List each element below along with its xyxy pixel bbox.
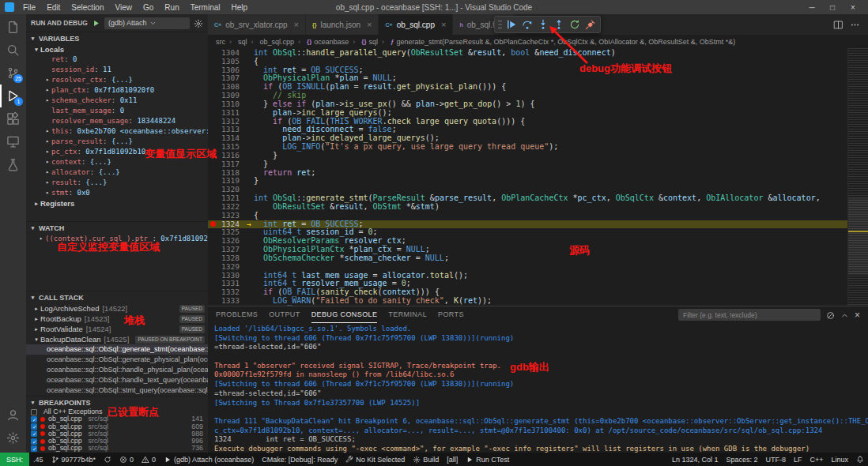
code-line[interactable]: 1311 plan->inc_large_querys();	[208, 109, 847, 118]
activity-bar-item[interactable]	[0, 107, 26, 130]
debug-toolbar-button[interactable]	[583, 17, 598, 32]
code-line[interactable]: 1320	[208, 186, 847, 194]
activity-bar-item[interactable]	[0, 404, 26, 427]
code-line[interactable]: 1313 need_disconnect = false;	[208, 126, 847, 134]
status-bar-item[interactable]: No Kit Selected	[342, 455, 409, 464]
close-window-icon[interactable]: ×	[843, 3, 863, 12]
code-line[interactable]: 1318 return ret;	[208, 169, 847, 178]
code-line[interactable]: 1328 ObSchemaChecker *schema_checker = N…	[208, 254, 847, 263]
menu-item[interactable]: Run	[159, 3, 184, 12]
watch-expression-row[interactable]: ▸((context).cur_sql_).ptr_: 0x7f1d81092b…	[26, 234, 208, 244]
panel-tab[interactable]: DEBUG CONSOLE	[311, 306, 378, 323]
code-line[interactable]: 1305{	[208, 58, 847, 66]
status-bar-item[interactable]: LF	[790, 456, 806, 464]
maximize-panel-icon[interactable]	[840, 310, 849, 320]
activity-bar-item[interactable]	[0, 427, 26, 449]
variable-row[interactable]: pc_ctx: 0x7f1d81092b10	[26, 147, 208, 157]
gutter-breakpoint-slot[interactable]	[208, 49, 217, 58]
gutter-breakpoint-slot[interactable]	[208, 118, 217, 126]
expand-icon[interactable]	[43, 137, 51, 147]
status-bar-item[interactable]: (gdb) Attach (oceanbase)	[160, 455, 258, 464]
expand-icon[interactable]	[43, 147, 51, 157]
breakpoints-section-header[interactable]: ▾BREAKPOINTS	[26, 396, 208, 408]
code-line[interactable]: 1310 } else if (plan->is_use_px() && pla…	[208, 100, 847, 109]
menu-item[interactable]: View	[110, 3, 138, 12]
gutter-breakpoint-slot[interactable]	[208, 212, 217, 220]
code-editor[interactable]: 1304int ObSql::handle_parallel_query(ObR…	[208, 48, 847, 306]
code-line[interactable]: 1332 if (OB_FAIL(sanity_check(context)))…	[208, 288, 847, 297]
variables-section-header[interactable]: ▾VARIABLES	[26, 32, 208, 44]
stack-frame-row[interactable]: oceanbase::sql::ObSql::stmt_query(oceanb…	[26, 385, 208, 396]
status-bar-item[interactable]: .45	[29, 455, 47, 464]
maximize-icon[interactable]: □	[822, 3, 843, 12]
minimap[interactable]	[847, 48, 868, 306]
gutter-breakpoint-slot[interactable]	[208, 288, 217, 297]
code-line[interactable]: 1331 int64_t resolver_mem_usage = 0;	[208, 280, 847, 288]
variable-row[interactable]: allocator: {...}	[26, 167, 208, 178]
status-bar-item[interactable]: C++	[806, 456, 827, 464]
code-line[interactable]: 1316 }	[208, 152, 847, 160]
close-tab-icon[interactable]: ×	[441, 20, 446, 29]
variable-row[interactable]: result: {...}	[26, 178, 208, 188]
menu-item[interactable]: Go	[138, 3, 159, 12]
gutter-breakpoint-slot[interactable]	[208, 134, 217, 143]
breadcrumb-item[interactable]: sql	[225, 38, 247, 46]
breadcrumb-item[interactable]: ob_sql.cpp	[247, 38, 295, 46]
gutter-breakpoint-slot[interactable]	[208, 177, 217, 186]
variable-row[interactable]: context: {...}	[26, 157, 208, 167]
expand-icon[interactable]	[32, 334, 40, 344]
expand-icon[interactable]	[32, 324, 40, 334]
code-line[interactable]: 1324→ int ret = OB_SUCCESS;	[208, 220, 847, 229]
gutter-breakpoint-slot[interactable]	[208, 263, 217, 272]
split-editor-icon[interactable]	[833, 19, 843, 30]
thread-row[interactable]: BackupDataClean[14525] PAUSED ON BREAKPO…	[26, 334, 208, 344]
status-bar-item[interactable]	[100, 455, 115, 464]
code-line[interactable]: 1315 LOG_INFO("It's a px query, use larg…	[208, 143, 847, 152]
gutter-breakpoint-slot[interactable]	[208, 58, 217, 66]
breakpoint-row[interactable]: ob_sql.cpp src/sql 988	[26, 430, 208, 438]
gutter-breakpoint-slot[interactable]	[208, 246, 217, 254]
thread-row[interactable]: RootValidate[14524] PAUSED	[26, 324, 208, 334]
variable-row[interactable]: resolver_mem_usage: 183448224	[26, 116, 208, 126]
gutter-breakpoint-slot[interactable]	[208, 194, 217, 203]
breakpoint-checkbox[interactable]	[31, 423, 37, 430]
code-line[interactable]: 1319}	[208, 177, 847, 186]
code-line[interactable]: 1304int ObSql::handle_parallel_query(ObR…	[208, 49, 847, 58]
panel-tab[interactable]: OUTPUT	[269, 306, 300, 323]
code-line[interactable]: 1329	[208, 263, 847, 272]
status-bar-item[interactable]: 0	[138, 455, 160, 464]
breakpoint-row[interactable]: All C++ Exceptions	[26, 408, 208, 415]
status-bar-item[interactable]: 99777b4b*	[47, 455, 100, 464]
watch-section-header[interactable]: ▾WATCH	[26, 221, 208, 234]
breakpoint-checkbox[interactable]	[31, 445, 37, 452]
breakpoint-row[interactable]: ob_sql.cpp src/sql 609	[26, 423, 208, 430]
editor-tab[interactable]: C+ ob_srv_xlator.cpp ×	[208, 14, 306, 35]
activity-bar-item[interactable]	[0, 39, 26, 62]
menu-item[interactable]: File	[17, 3, 41, 12]
debug-toolbar-button[interactable]	[568, 17, 582, 32]
expand-icon[interactable]	[43, 75, 51, 85]
code-line[interactable]: 1312 if (OB_FAIL(THIS_WORKER.check_large…	[208, 118, 847, 126]
stack-frame-row[interactable]: oceanbase::sql::ObSql::generate_physical…	[26, 355, 208, 365]
expand-icon[interactable]	[43, 96, 51, 106]
close-tab-icon[interactable]: ×	[367, 20, 372, 29]
breadcrumb-item[interactable]: src	[216, 38, 225, 46]
debug-toolbar-button[interactable]	[520, 17, 534, 32]
gutter-breakpoint-slot[interactable]	[208, 254, 217, 263]
gutter-breakpoint-slot[interactable]	[208, 143, 217, 152]
launch-config-select[interactable]: (gdb) Attach	[104, 17, 190, 29]
status-bar-item[interactable]	[852, 455, 868, 464]
code-line[interactable]: 1314 plan->inc_delayed_large_querys();	[208, 134, 847, 143]
thread-row[interactable]: LogArchiveSched[14522] PAUSED	[26, 303, 208, 314]
close-tab-icon[interactable]: ×	[294, 20, 299, 29]
gutter-breakpoint-slot[interactable]	[208, 280, 217, 288]
expand-icon[interactable]: ▸	[37, 234, 45, 244]
console-filter-input[interactable]	[678, 309, 821, 321]
gutter-breakpoint-slot[interactable]	[208, 160, 217, 169]
activity-bar-item[interactable]: 25	[0, 62, 26, 85]
debug-gear-icon[interactable]	[194, 17, 203, 28]
expand-icon[interactable]	[43, 167, 51, 178]
menu-item[interactable]: Edit	[41, 3, 66, 12]
panel-tab[interactable]: TERMINAL	[388, 306, 427, 323]
breadcrumb-item[interactable]: {} oceanbase	[294, 38, 349, 46]
